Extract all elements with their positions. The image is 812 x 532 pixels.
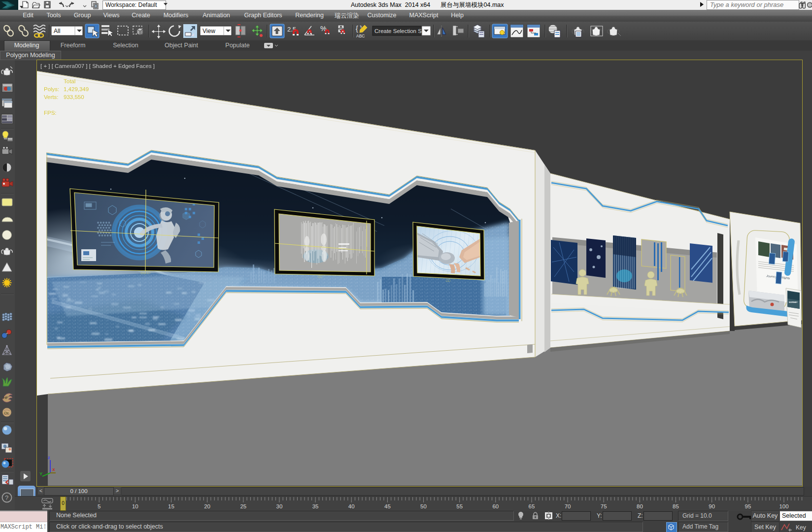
svg-text:80: 80	[637, 503, 643, 509]
svg-text:[ + ] [ Camera007 ] [ Shaded +: [ + ] [ Camera007 ] [ Shaded + Edged Fac…	[40, 63, 155, 69]
svg-text:Create Selection Se: Create Selection Se	[374, 28, 425, 34]
svg-text:Ox: Ox	[4, 411, 9, 415]
svg-text:933,550: 933,550	[64, 94, 84, 100]
svg-text:x: x	[52, 466, 55, 472]
svg-text:25: 25	[240, 503, 246, 509]
svg-text:?: ?	[5, 494, 8, 501]
svg-text:□□: □□	[318, 275, 322, 278]
svg-text:50: 50	[420, 503, 427, 509]
svg-text:75: 75	[601, 503, 607, 509]
svg-text:□□: □□	[446, 279, 450, 282]
svg-text:HF: HF	[3, 396, 8, 400]
svg-text:85: 85	[673, 503, 679, 509]
svg-text:5: 5	[98, 503, 101, 509]
svg-text:Polys:: Polys:	[44, 86, 59, 92]
svg-text:1,429,349: 1,429,349	[64, 86, 89, 92]
svg-text:35: 35	[312, 503, 319, 509]
svg-text:Total: Total	[64, 78, 75, 84]
svg-text:70: 70	[565, 503, 571, 509]
svg-text:ABC: ABC	[356, 33, 365, 38]
svg-text:z: z	[48, 455, 50, 460]
svg-text:All: All	[54, 28, 60, 34]
svg-text:45: 45	[384, 503, 391, 509]
svg-text:40: 40	[348, 503, 355, 509]
svg-text:FPS:: FPS:	[44, 110, 57, 116]
svg-text:100: 100	[779, 503, 788, 509]
svg-text:Y: Y	[39, 471, 43, 476]
svg-text:55: 55	[456, 503, 463, 509]
svg-text:10: 10	[132, 503, 138, 509]
svg-text:15: 15	[168, 503, 174, 509]
svg-text:View: View	[203, 28, 215, 34]
svg-text:NORWAY: NORWAY	[789, 301, 798, 303]
svg-text:Verts:: Verts:	[44, 94, 58, 100]
svg-text:30: 30	[276, 503, 283, 509]
svg-text:60: 60	[492, 503, 499, 509]
svg-text:95: 95	[745, 503, 751, 509]
svg-text:65: 65	[529, 503, 535, 509]
svg-text:90: 90	[709, 503, 715, 509]
svg-text:20: 20	[204, 503, 210, 509]
svg-text:◇◇□□: ◇◇□□	[140, 271, 150, 274]
